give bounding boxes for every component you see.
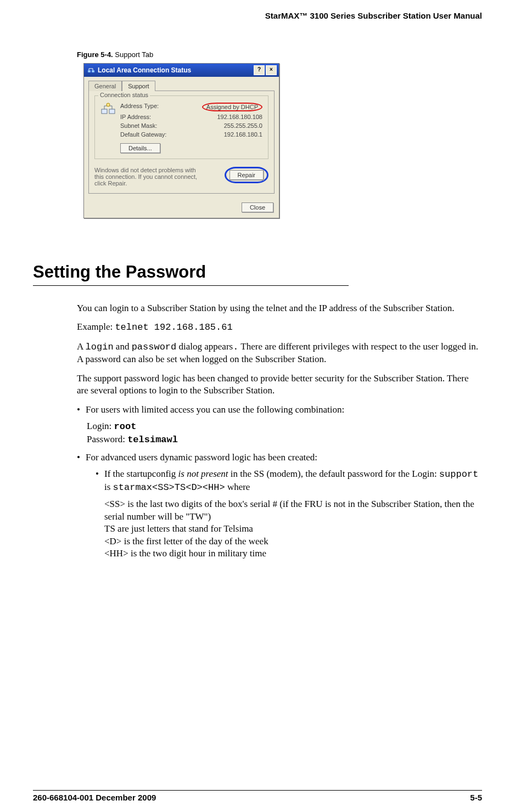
body-text: You can login to a Subscriber Station by…	[77, 302, 482, 560]
network-status-icon	[87, 66, 95, 74]
subnet-mask-value: 255.255.255.0	[224, 122, 262, 129]
footer-docid: 260-668104-001 December 2009	[33, 793, 156, 802]
dialog-title: Local Area Connection Status	[98, 66, 253, 74]
paragraph-login-dialog: A login and password dialog appears. The…	[77, 341, 482, 366]
page-footer: 260-668104-001 December 2009 5-5	[33, 790, 482, 802]
repair-highlight-circle: Repair	[225, 167, 268, 183]
figure-number: Figure 5-4.	[77, 50, 113, 59]
subnet-mask-label: Subnet Mask:	[120, 122, 157, 129]
default-gateway-value: 192.168.180.1	[224, 131, 262, 138]
network-icon	[100, 101, 116, 117]
svg-rect-1	[92, 70, 94, 72]
password-value: telsimawl	[127, 435, 178, 445]
ip-address-label: IP Address:	[120, 114, 151, 120]
tab-strip: General Support	[84, 77, 279, 91]
footer-page-number: 5-5	[470, 793, 482, 802]
svg-point-10	[107, 103, 110, 106]
section-rule	[33, 285, 349, 286]
figure-caption: Figure 5-4. Support Tab	[77, 50, 482, 59]
paragraph-example: Example: telnet 192.168.185.61	[77, 321, 482, 334]
login-word: login	[86, 342, 114, 352]
svg-rect-5	[102, 109, 107, 114]
close-window-button[interactable]: ×	[266, 65, 277, 75]
explain-hh: <HH> is the two digit hour in military t…	[104, 548, 482, 560]
svg-rect-0	[88, 70, 91, 72]
support-login-code: support	[439, 469, 478, 480]
details-button[interactable]: Details...	[120, 143, 160, 153]
close-button[interactable]: Close	[242, 202, 273, 212]
example-label: Example:	[77, 322, 115, 332]
connection-status-fieldset: Connection status Address Type: Assigned…	[94, 95, 268, 159]
repair-button[interactable]: Repair	[229, 170, 264, 180]
address-type-value: Assigned by DHCP	[202, 103, 262, 111]
login-value: root	[114, 421, 137, 432]
italic-not-present: is not present	[178, 469, 228, 479]
bullet-limited-access: For users with limited access you can us…	[77, 404, 482, 446]
ip-address-value: 192.168.180.108	[217, 114, 262, 120]
example-command: telnet 192.168.185.61	[115, 322, 232, 332]
bullet-startupconfig: If the startupconfig is not present in t…	[96, 468, 482, 560]
address-type-label: Address Type:	[120, 103, 159, 111]
explain-d: <D> is the first letter of the day of th…	[104, 535, 482, 548]
page-header-title: StarMAX™ 3100 Series Subscriber Station …	[33, 11, 482, 20]
password-pattern-code: starmax<SS>TS<D><HH>	[113, 482, 225, 493]
fieldset-legend: Connection status	[98, 92, 150, 98]
default-gateway-label: Default Gateway:	[120, 131, 166, 138]
dialog-window: Local Area Connection Status ? × General…	[83, 63, 279, 218]
bullet-advanced-users: For advanced users dynamic password logi…	[77, 452, 482, 560]
help-button[interactable]: ?	[254, 65, 265, 75]
login-label: Login:	[87, 421, 114, 431]
explain-ss: <SS> is the last two digits of the box's…	[104, 498, 482, 523]
password-label: Password:	[87, 434, 127, 444]
svg-rect-6	[109, 109, 115, 114]
figure-title: Support Tab	[113, 50, 153, 59]
section-heading: Setting the Password	[33, 262, 482, 282]
tab-general[interactable]: General	[88, 81, 122, 91]
titlebar[interactable]: Local Area Connection Status ? ×	[84, 64, 279, 77]
tab-panel: Connection status Address Type: Assigned…	[88, 91, 275, 194]
password-word: password	[132, 342, 177, 352]
paragraph-support-logic: The support password logic has been chan…	[77, 373, 482, 397]
paragraph-intro: You can login to a Subscriber Station by…	[77, 302, 482, 314]
repair-message: Windows did not detect problems with thi…	[94, 167, 204, 187]
tab-support[interactable]: Support	[122, 81, 155, 91]
explain-ts: TS are just letters that stand for Telsi…	[104, 523, 482, 535]
